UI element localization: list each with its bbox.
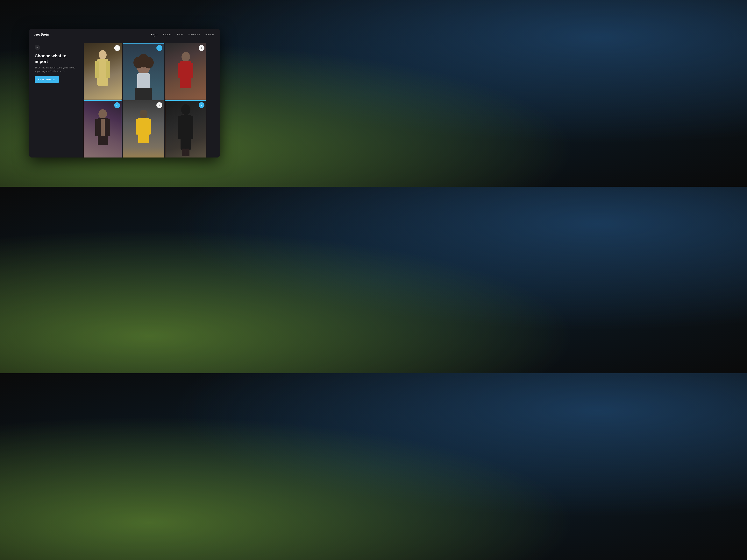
svg-rect-24 [148,119,151,135]
navbar: Aesthetic Home Explore Feed Style vault … [29,29,220,40]
plus-icon-3: + [201,47,202,50]
photo-2-check-button[interactable]: ✓ [156,45,162,51]
svg-rect-28 [178,116,181,139]
back-button[interactable]: ← [35,45,40,50]
app-logo: Aesthetic [35,32,50,36]
svg-point-25 [182,107,190,115]
back-icon: ← [36,46,39,49]
nav-stylevault[interactable]: Style vault [188,33,200,36]
photo-cell-5[interactable]: + [123,100,164,158]
photo-6-check-button[interactable]: ✓ [199,102,204,108]
nav-home[interactable]: Home [151,33,158,36]
svg-rect-14 [178,62,181,78]
photo-cell-4[interactable]: ✓ [84,100,122,158]
svg-rect-17 [98,118,108,145]
svg-rect-15 [190,62,194,78]
svg-rect-31 [186,149,189,156]
svg-rect-20 [101,118,105,136]
nav-account[interactable]: Account [205,33,214,36]
svg-point-0 [99,50,107,59]
photo-cell-1[interactable]: + [84,43,122,100]
svg-rect-22 [138,118,149,143]
nav-links: Home Explore Feed Style vault Account [151,33,214,36]
nav-feed[interactable]: Feed [177,33,183,36]
svg-rect-1 [97,59,108,86]
svg-rect-29 [190,116,194,139]
photo-grid: + [84,40,220,158]
svg-rect-18 [95,119,98,136]
check-icon-4: ✓ [116,104,118,107]
photo-cell-3[interactable]: + [165,43,206,100]
plus-icon: + [116,47,118,50]
svg-rect-13 [180,61,191,88]
nav-explore[interactable]: Explore [163,33,171,36]
app-window: Aesthetic Home Explore Feed Style vault … [29,29,220,158]
svg-point-5 [133,57,143,69]
page-title: Choose what to import [35,53,78,64]
svg-rect-19 [107,119,110,136]
svg-rect-30 [182,149,186,156]
photo-5-add-button[interactable]: + [156,102,162,108]
svg-rect-2 [95,61,99,78]
svg-rect-8 [137,73,150,89]
import-selected-button[interactable]: Import selected [35,76,59,83]
photo-4-check-button[interactable]: ✓ [114,102,120,108]
check-icon-6: ✓ [201,104,203,107]
svg-point-26 [181,104,190,115]
svg-point-4 [137,59,150,74]
photo-1-add-button[interactable]: + [114,45,120,51]
main-content: ← Choose what to import Select the Insta… [29,40,220,158]
check-icon: ✓ [158,47,160,50]
svg-rect-23 [136,119,139,135]
photo-3-add-button[interactable]: + [199,45,204,51]
left-panel: ← Choose what to import Select the Insta… [29,40,84,158]
plus-icon-5: + [158,104,160,107]
svg-point-6 [144,57,154,69]
svg-point-7 [138,54,149,68]
svg-point-12 [181,52,190,62]
svg-rect-27 [181,115,191,150]
page-subtitle: Select the Instagram posts you'd like to… [35,66,78,73]
svg-point-16 [98,109,107,118]
svg-point-21 [140,110,148,118]
photo-cell-6[interactable]: ✓ [165,100,206,158]
svg-rect-3 [106,61,110,78]
